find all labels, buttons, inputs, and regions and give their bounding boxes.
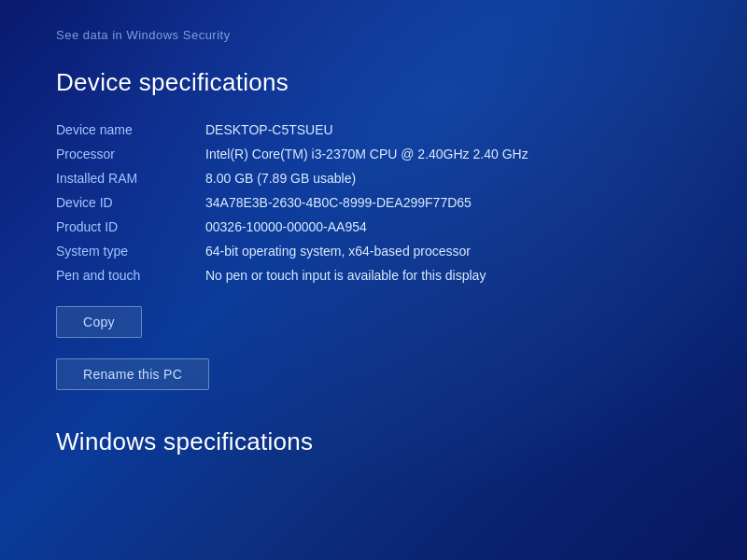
spec-value: 8.00 GB (7.89 GB usable) (205, 166, 691, 190)
spec-label: Device ID (56, 190, 205, 215)
table-row: Device ID34A78E3B-2630-4B0C-8999-DEA299F… (56, 190, 691, 215)
table-row: System type64-bit operating system, x64-… (56, 239, 691, 263)
table-row: ProcessorIntel(R) Core(TM) i3-2370M CPU … (56, 142, 691, 166)
action-buttons: Copy Rename this PC (56, 306, 691, 401)
copy-button[interactable]: Copy (56, 306, 142, 338)
spec-value: 34A78E3B-2630-4B0C-8999-DEA299F77D65 (205, 190, 691, 215)
table-row: Installed RAM8.00 GB (7.89 GB usable) (56, 166, 691, 190)
spec-label: Device name (56, 118, 205, 142)
spec-label: Installed RAM (56, 166, 205, 190)
device-specs-table: Device nameDESKTOP-C5TSUEUProcessorIntel… (56, 118, 691, 287)
top-bar-text: See data in Windows Security (56, 28, 691, 42)
spec-value: No pen or touch input is available for t… (205, 263, 691, 287)
spec-value: 00326-10000-00000-AA954 (205, 215, 691, 239)
spec-label: Product ID (56, 215, 205, 239)
table-row: Device nameDESKTOP-C5TSUEU (56, 118, 691, 142)
spec-label: Pen and touch (56, 263, 205, 287)
spec-value: Intel(R) Core(TM) i3-2370M CPU @ 2.40GHz… (205, 142, 691, 166)
spec-value: 64-bit operating system, x64-based proce… (205, 239, 691, 263)
spec-label: System type (56, 239, 205, 263)
device-specs-title: Device specifications (56, 68, 691, 97)
table-row: Product ID00326-10000-00000-AA954 (56, 215, 691, 239)
spec-label: Processor (56, 142, 205, 166)
table-row: Pen and touchNo pen or touch input is av… (56, 263, 691, 287)
spec-value: DESKTOP-C5TSUEU (205, 118, 691, 142)
rename-pc-button[interactable]: Rename this PC (56, 358, 209, 390)
windows-specs-title: Windows specifications (56, 427, 691, 456)
